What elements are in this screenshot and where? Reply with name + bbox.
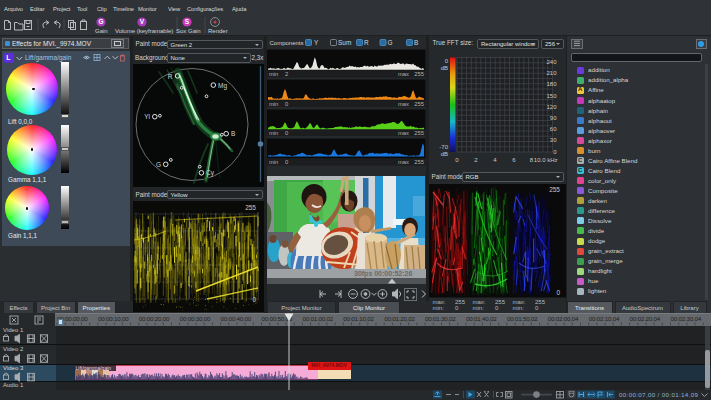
- svg-text:120: 120: [546, 104, 557, 110]
- svg-text:30: 30: [550, 137, 557, 143]
- svg-text:180: 180: [546, 81, 557, 87]
- svg-text:dB: dB: [441, 151, 448, 157]
- svg-text:4: 4: [493, 157, 497, 163]
- svg-text:0: 0: [455, 157, 459, 163]
- svg-text:0: 0: [556, 289, 560, 296]
- svg-text:Cy: Cy: [206, 169, 215, 177]
- svg-text:240: 240: [546, 59, 557, 65]
- svg-text:min: min: [269, 130, 278, 136]
- svg-text:max: max: [398, 71, 409, 77]
- svg-text:0: 0: [553, 149, 557, 155]
- svg-text:255: 255: [549, 186, 560, 193]
- svg-text:Yl: Yl: [144, 113, 150, 120]
- svg-text:min: min: [269, 71, 278, 77]
- svg-text:255: 255: [245, 204, 256, 211]
- svg-text:S: S: [185, 18, 190, 25]
- svg-text:-70: -70: [439, 144, 448, 150]
- svg-text:150: 150: [546, 93, 557, 99]
- svg-text:6: 6: [512, 157, 516, 163]
- svg-text:max: max: [398, 159, 409, 165]
- svg-text:max: max: [398, 101, 409, 107]
- svg-text:2: 2: [474, 157, 478, 163]
- svg-text:60: 60: [550, 126, 557, 132]
- svg-text:00:00:07,00 / 00:01:14,09: 00:00:07,00 / 00:01:14,09: [619, 391, 698, 398]
- svg-text:255: 255: [414, 71, 424, 77]
- svg-text:max: max: [398, 130, 409, 136]
- svg-text:G: G: [156, 161, 161, 168]
- svg-text:0: 0: [445, 58, 449, 64]
- svg-text:min: min: [269, 159, 278, 165]
- svg-text:210: 210: [546, 70, 557, 76]
- svg-text:255: 255: [414, 159, 424, 165]
- svg-text:2: 2: [285, 71, 288, 77]
- svg-text:0: 0: [285, 130, 288, 136]
- svg-text:Mg: Mg: [218, 82, 227, 90]
- svg-text:255: 255: [414, 130, 424, 136]
- svg-text:0: 0: [252, 296, 256, 303]
- svg-text:0: 0: [285, 101, 288, 107]
- svg-text:min: min: [269, 101, 278, 107]
- svg-text:V: V: [140, 18, 145, 25]
- svg-text:255: 255: [414, 101, 424, 107]
- svg-text:R: R: [168, 73, 173, 80]
- svg-text:G: G: [98, 18, 103, 25]
- svg-text:0: 0: [285, 159, 288, 165]
- svg-text:90: 90: [550, 115, 557, 121]
- svg-text:B: B: [231, 130, 235, 137]
- svg-text:dB: dB: [441, 65, 448, 71]
- svg-text:10.0 kHz: 10.0 kHz: [534, 157, 558, 163]
